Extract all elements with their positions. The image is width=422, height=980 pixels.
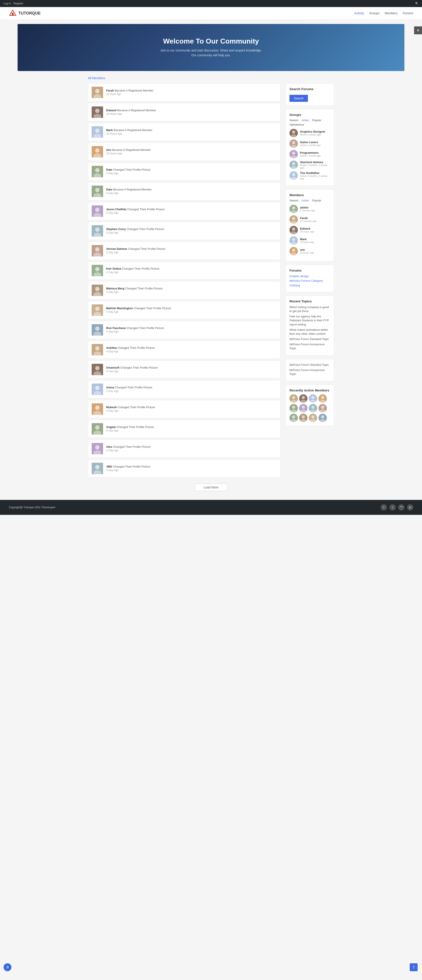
all-members-link[interactable]: All Members — [88, 76, 334, 80]
activity-text: Jason Chaffetz Changed Their Profile Pic… — [106, 208, 165, 215]
activity-name[interactable]: Ron Faucheux — [106, 326, 126, 330]
groups-filter-active[interactable]: Active — [301, 119, 309, 122]
member-item: Edward 16 hours ago — [289, 226, 330, 234]
svg-point-88 — [292, 238, 295, 241]
nav-members[interactable]: Members — [385, 11, 397, 15]
activity-name[interactable]: Stephen Curry — [106, 228, 126, 231]
activity-name[interactable]: MaliVai Washington — [106, 307, 133, 310]
member-name[interactable]: admin — [300, 206, 315, 209]
members-filter-active[interactable]: Active — [301, 199, 309, 202]
activity-text: Dale Changed Their Profile Picture A Day… — [106, 168, 150, 175]
activity-avatar — [92, 87, 103, 98]
activity-item: MaliVai Washington Changed Their Profile… — [88, 301, 281, 319]
group-name[interactable]: Game Lovers — [300, 140, 320, 144]
recently-active-avatar[interactable] — [319, 414, 327, 422]
recently-active-avatar[interactable] — [299, 395, 308, 402]
groups-filter-alpha[interactable]: Alphabetical — [289, 123, 304, 126]
recently-active-avatar[interactable] — [309, 414, 317, 422]
member-name[interactable]: Farah — [300, 216, 316, 220]
site-logo[interactable]: TUTORQUE — [9, 9, 41, 17]
group-name[interactable]: Graphics Designer — [300, 130, 325, 133]
extra-topic-link[interactable]: bbPress Forum Standard Topic — [289, 363, 330, 367]
members-filter-newest[interactable]: Newest — [289, 199, 298, 202]
recently-active-avatar[interactable] — [319, 395, 327, 402]
activity-name[interactable]: Smartsoft — [106, 366, 119, 369]
recently-active-avatar[interactable] — [289, 404, 298, 412]
activity-item: Edward Became A Registered Member 16 Hou… — [88, 103, 281, 121]
activity-name[interactable]: Mukesh — [106, 406, 117, 409]
content-row: Farah Became A Registered Member An Hour… — [88, 83, 334, 479]
activity-name[interactable]: Alex — [106, 445, 112, 449]
recent-topics-widget: Recent Topics Which writing company is g… — [286, 296, 334, 356]
member-name[interactable]: Edward — [300, 227, 314, 230]
groups-widget: Groups Newest | Active | Popular | Alpha… — [286, 109, 334, 186]
svg-point-97 — [302, 396, 305, 399]
recently-active-avatar[interactable] — [309, 395, 317, 402]
group-name[interactable]: Programmers — [300, 151, 320, 154]
register-link[interactable]: Register — [13, 2, 23, 5]
activity-name[interactable]: Dale — [106, 168, 112, 171]
recently-active-avatar[interactable] — [289, 414, 298, 422]
member-item: Mark 18 hours ago — [289, 236, 330, 245]
linkedin-icon[interactable]: in — [407, 504, 413, 511]
activity-name[interactable]: Vernon Dahmer — [106, 247, 127, 250]
twitter-icon[interactable]: t — [389, 504, 396, 511]
members-list: admin 2 minutes ago Farah 17 minutes ago… — [289, 205, 330, 255]
groups-filter-newest[interactable]: Newest — [289, 119, 298, 122]
activity-name[interactable]: Ankitha — [106, 346, 117, 350]
recently-active-avatar[interactable] — [309, 404, 317, 412]
group-name[interactable]: Sherlock Holmes — [300, 161, 330, 164]
nav-groups[interactable]: Groups — [369, 11, 379, 15]
activity-action: Changed Their Profile Picture — [128, 247, 165, 250]
activity-name[interactable]: Amna — [106, 386, 114, 389]
member-name[interactable]: Mark — [300, 237, 314, 241]
activity-name[interactable]: Farah — [106, 89, 114, 92]
member-name[interactable]: zen — [300, 248, 314, 251]
activity-name[interactable]: Angela — [106, 425, 116, 429]
topic-link[interactable]: bbPress Forum Standard Topic — [289, 337, 330, 341]
activity-name[interactable]: Zen — [106, 148, 111, 151]
member-item: zen 19 hours ago — [289, 247, 330, 255]
svg-point-118 — [292, 415, 295, 419]
activity-name[interactable]: Jason Chaffetz — [106, 208, 126, 211]
members-filter-popular[interactable]: Popular — [312, 199, 321, 202]
activity-name[interactable]: Edward — [106, 109, 116, 112]
forum-link[interactable]: Graphic design — [289, 274, 330, 278]
topic-link[interactable]: bbPress Forum Anonymous Topic — [289, 342, 330, 350]
load-more-button[interactable]: Load More — [195, 484, 227, 491]
svg-point-28 — [95, 247, 100, 251]
forum-link[interactable]: bbPress Forums Category — [289, 279, 330, 282]
top-bar-search-icon[interactable]: 🔍 — [415, 2, 419, 5]
topic-link[interactable]: How our agency help the Pakistani Studen… — [289, 315, 330, 326]
groups-filter-popular[interactable]: Popular — [312, 119, 321, 122]
activity-name[interactable]: JMS — [106, 465, 112, 468]
activity-name[interactable]: Dale — [106, 188, 112, 191]
recently-active-avatar[interactable] — [299, 404, 308, 412]
activity-time: A Day Ago — [106, 192, 152, 195]
facebook-icon[interactable]: f — [381, 504, 387, 511]
group-name[interactable]: The Godfather — [300, 171, 330, 175]
topic-link[interactable]: Which writing company is good to get job… — [289, 305, 330, 313]
activity-name[interactable]: Mark — [106, 129, 113, 132]
settings-gear-icon[interactable]: ⚙ — [414, 26, 422, 34]
svg-point-31 — [95, 267, 100, 271]
login-link[interactable]: Log In — [3, 2, 11, 5]
activity-item: Angela Changed Their Profile Picture A D… — [88, 420, 281, 438]
activity-item: Dale Became A Registered Member A Day Ag… — [88, 182, 281, 200]
extra-topic-link[interactable]: bbPress Forum Anonymous Topic — [289, 368, 330, 376]
forum-link[interactable]: Clothing — [289, 284, 330, 287]
nav-activity[interactable]: Activity — [354, 11, 364, 15]
top-bar: Log In Register 🔍 — [0, 0, 422, 7]
nav-forums[interactable]: Forums — [403, 11, 413, 15]
activity-name[interactable]: Matraca Berg — [106, 287, 124, 290]
search-button[interactable]: Search — [289, 95, 308, 102]
recently-active-avatar[interactable] — [319, 404, 327, 412]
svg-point-43 — [95, 346, 100, 350]
instagram-icon[interactable]: 📷 — [398, 504, 405, 511]
recently-active-avatar[interactable] — [299, 414, 308, 422]
recently-active-avatar[interactable] — [289, 395, 298, 402]
activity-name[interactable]: Keir Dullea — [106, 267, 121, 270]
svg-point-109 — [302, 406, 305, 409]
member-item: Farah 17 minutes ago — [289, 215, 330, 224]
topic-link[interactable]: What makes animations better than any ot… — [289, 328, 330, 336]
